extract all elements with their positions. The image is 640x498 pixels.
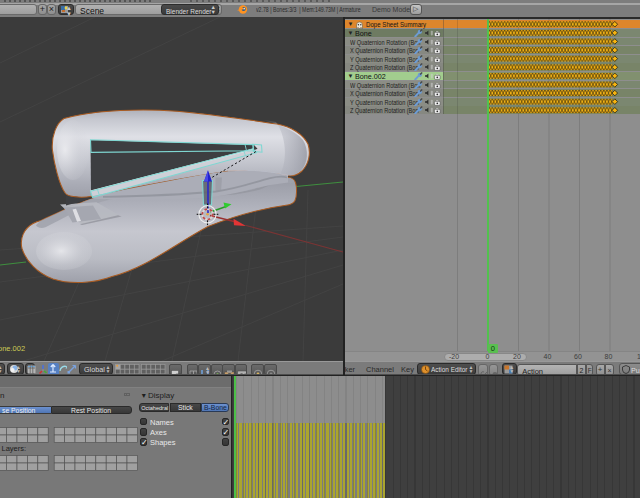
svg-text:one.002: one.002 xyxy=(0,344,25,353)
